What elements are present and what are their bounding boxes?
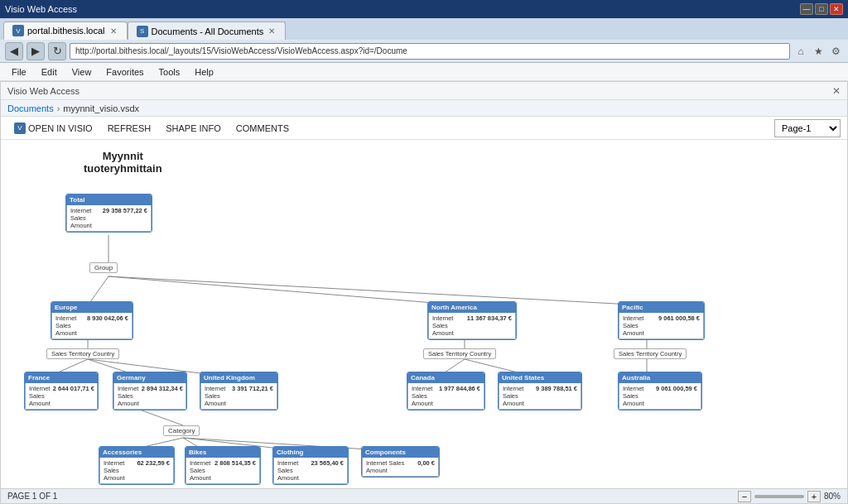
node-north-america-body: Internet Sales Amount 11 367 834,37 € bbox=[428, 313, 516, 339]
node-france[interactable]: France Internet Sales Amount 2 644 017,7… bbox=[24, 372, 99, 410]
node-usa[interactable]: United States Internet Sales Amount 9 38… bbox=[498, 372, 582, 410]
node-germany-body: Internet Sales Amount 2 894 312,34 € bbox=[113, 383, 186, 410]
tab-portal[interactable]: V portal.bithesis.local ✕ bbox=[3, 22, 128, 40]
page-select[interactable]: Page-1 bbox=[774, 119, 841, 137]
zoom-in-button[interactable]: + bbox=[807, 491, 821, 502]
back-button[interactable]: ◀ bbox=[5, 42, 23, 60]
node-total[interactable]: Total Internet Sales Amount 29 358 577,2… bbox=[65, 194, 152, 233]
node-components[interactable]: Components Internet Sales Amount 0,00 € bbox=[361, 446, 440, 478]
comments-button[interactable]: COMMENTS bbox=[229, 121, 296, 136]
node-uk-body: Internet Sales Amount 3 391 712,21 € bbox=[200, 383, 277, 410]
node-germany-header: Germany bbox=[113, 372, 186, 383]
title-bar-controls: — □ ✕ bbox=[800, 3, 843, 15]
node-australia-body: Internet Sales Amount 9 061 000,59 € bbox=[619, 383, 701, 410]
node-canada-header: Canada bbox=[407, 372, 484, 383]
node-bikes-header: Bikes bbox=[186, 447, 260, 458]
stc-europe-label: Sales Territory Country bbox=[46, 348, 119, 359]
node-clothing[interactable]: Clothing Internet Sales Amount 23 565,40… bbox=[272, 446, 349, 485]
title-bar-text: Visio Web Access bbox=[5, 4, 77, 14]
zoom-slider[interactable] bbox=[754, 495, 804, 498]
visio-icon: V bbox=[14, 122, 26, 134]
refresh-button[interactable]: ↻ bbox=[48, 42, 66, 60]
zoom-controls: − + 80% bbox=[738, 491, 841, 502]
node-total-body: Internet Sales Amount 29 358 577,22 € bbox=[66, 205, 152, 232]
node-bikes[interactable]: Bikes Internet Sales Amount 2 808 514,35… bbox=[185, 446, 261, 485]
shape-info-button[interactable]: SHAPE INFO bbox=[159, 121, 228, 136]
node-bikes-body: Internet Sales Amount 2 808 514,35 € bbox=[186, 458, 260, 484]
browser-close-button[interactable]: ✕ bbox=[830, 3, 843, 15]
status-bar: PAGE 1 OF 1 − + 80% bbox=[1, 488, 847, 503]
node-pacific[interactable]: Pacific Internet Sales Amount 9 061 000,… bbox=[618, 301, 705, 340]
node-components-header: Components bbox=[362, 447, 439, 458]
svg-line-3 bbox=[108, 276, 647, 305]
page-status: PAGE 1 OF 1 bbox=[7, 492, 57, 501]
stc-na-label: Sales Territory Country bbox=[423, 348, 496, 359]
address-bar: ◀ ▶ ↻ ⌂ ★ ⚙ bbox=[0, 40, 848, 63]
visio-close-button[interactable]: ✕ bbox=[832, 85, 841, 97]
node-europe[interactable]: Europe Internet Sales Amount 8 930 042,0… bbox=[51, 301, 133, 340]
node-canada-body: Internet Sales Amount 1 977 844,86 € bbox=[407, 383, 484, 410]
visio-panel-title: Visio Web Access bbox=[7, 86, 80, 96]
node-europe-header: Europe bbox=[51, 302, 132, 313]
node-uk[interactable]: United Kingdom Internet Sales Amount 3 3… bbox=[200, 372, 278, 410]
menu-file[interactable]: File bbox=[5, 65, 33, 79]
menu-bar: File Edit View Favorites Tools Help bbox=[0, 63, 848, 81]
settings-icon[interactable]: ⚙ bbox=[828, 44, 843, 59]
node-uk-header: United Kingdom bbox=[200, 372, 277, 383]
node-total-row1: Internet Sales Amount 29 358 577,22 € bbox=[70, 207, 147, 229]
node-components-body: Internet Sales Amount 0,00 € bbox=[362, 458, 439, 477]
node-usa-body: Internet Sales Amount 9 389 788,51 € bbox=[499, 383, 581, 410]
node-australia[interactable]: Australia Internet Sales Amount 9 061 00… bbox=[618, 372, 702, 410]
menu-favorites[interactable]: Favorites bbox=[99, 65, 150, 79]
menu-tools[interactable]: Tools bbox=[152, 65, 187, 79]
breadcrumb-current: myynnit_visio.vsdx bbox=[63, 103, 139, 113]
toolbar-left: V OPEN IN VISIO REFRESH SHAPE INFO COMME… bbox=[7, 120, 296, 137]
zoom-out-button[interactable]: − bbox=[738, 491, 751, 502]
tab-label-1: portal.bithesis.local bbox=[27, 26, 105, 36]
svg-line-13 bbox=[137, 409, 183, 425]
menu-edit[interactable]: Edit bbox=[35, 65, 64, 79]
stc-pacific-label: Sales Territory Country bbox=[614, 348, 687, 359]
diagram-area: Myynnit tuoteryhmittain Total Internet S… bbox=[1, 140, 847, 488]
address-input[interactable] bbox=[70, 43, 790, 60]
node-australia-header: Australia bbox=[619, 372, 701, 383]
node-pacific-body: Internet Sales Amount 9 061 000,58 € bbox=[619, 313, 704, 339]
diagram-title: Myynnit tuoteryhmittain bbox=[84, 150, 162, 175]
menu-view[interactable]: View bbox=[65, 65, 99, 79]
node-france-body: Internet Sales Amount 2 644 017,71 € bbox=[25, 383, 98, 410]
node-accessories[interactable]: Accessories Internet Sales Amount 62 232… bbox=[99, 446, 175, 485]
breadcrumb-separator: › bbox=[57, 103, 60, 113]
tab-close-1[interactable]: ✕ bbox=[108, 26, 118, 36]
minimize-button[interactable]: — bbox=[800, 3, 813, 15]
connector-label-category: Category bbox=[163, 425, 200, 436]
menu-help[interactable]: Help bbox=[188, 65, 220, 79]
favorites-icon[interactable]: ★ bbox=[811, 44, 826, 59]
home-icon[interactable]: ⌂ bbox=[793, 44, 808, 59]
tab-close-2[interactable]: ✕ bbox=[267, 26, 277, 36]
node-canada[interactable]: Canada Internet Sales Amount 1 977 844,8… bbox=[407, 372, 485, 410]
refresh-diagram-button[interactable]: REFRESH bbox=[101, 121, 158, 136]
node-usa-header: United States bbox=[499, 372, 581, 383]
visio-panel: Visio Web Access ✕ Documents › myynnit_v… bbox=[0, 81, 848, 504]
toolbar: V OPEN IN VISIO REFRESH SHAPE INFO COMME… bbox=[1, 117, 847, 140]
node-germany[interactable]: Germany Internet Sales Amount 2 894 312,… bbox=[113, 372, 187, 410]
node-accessories-header: Accessories bbox=[99, 447, 174, 458]
breadcrumb-root[interactable]: Documents bbox=[7, 103, 54, 113]
open-in-visio-button[interactable]: V OPEN IN VISIO bbox=[7, 120, 99, 137]
node-north-america-header: North America bbox=[428, 302, 516, 313]
diagram-title-line2: tuoteryhmittain bbox=[84, 162, 162, 175]
svg-line-2 bbox=[108, 276, 465, 305]
address-icons: ⌂ ★ ⚙ bbox=[793, 44, 843, 59]
node-france-header: France bbox=[25, 372, 98, 383]
node-north-america[interactable]: North America Internet Sales Amount 11 3… bbox=[427, 301, 517, 340]
maximize-button[interactable]: □ bbox=[815, 3, 828, 15]
connector-label-group: Group bbox=[89, 262, 118, 273]
node-clothing-body: Internet Sales Amount 23 565,40 € bbox=[273, 458, 348, 484]
node-pacific-header: Pacific bbox=[619, 302, 704, 313]
tab-label-2: Documents - All Documents bbox=[152, 26, 264, 36]
tab-documents[interactable]: S Documents - All Documents ✕ bbox=[128, 22, 287, 40]
tab-favicon-1: V bbox=[12, 25, 24, 36]
tab-bar: V portal.bithesis.local ✕ S Documents - … bbox=[0, 18, 848, 40]
node-total-header: Total bbox=[66, 194, 152, 205]
forward-button[interactable]: ▶ bbox=[26, 42, 45, 60]
